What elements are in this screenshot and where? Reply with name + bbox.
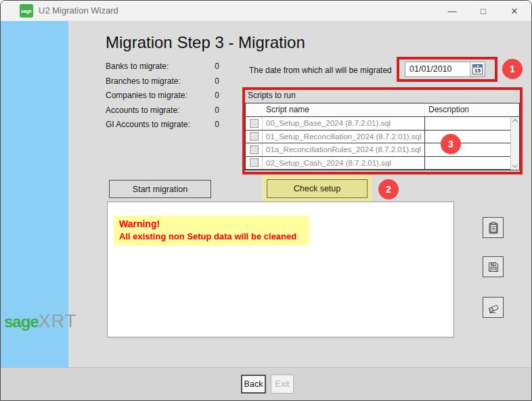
warning-title: Warning! bbox=[119, 218, 309, 231]
close-button[interactable]: ✕ bbox=[499, 1, 530, 21]
column-header-script-name: Script name bbox=[263, 103, 425, 116]
table-row[interactable]: 00_Setup_Base_2024 (8.7.2.01).sql bbox=[246, 117, 510, 131]
migration-log-panel[interactable]: Warning! All existing non Setup data wil… bbox=[107, 202, 454, 337]
script-name-cell[interactable]: 01_Setup_Reconciliation_2024 (8.7.2.01).… bbox=[263, 131, 425, 143]
app-window: sage U2 Migration Wizard — □ ✕ sage XRT … bbox=[0, 0, 532, 401]
bottom-bar bbox=[1, 367, 531, 401]
save-log-button[interactable] bbox=[483, 256, 504, 277]
back-button[interactable]: Back bbox=[241, 375, 266, 394]
stat-label: Banks to migrate: bbox=[106, 62, 169, 76]
migration-date-picker[interactable]: 01/01/2010 15 bbox=[405, 62, 485, 77]
script-checkbox[interactable] bbox=[250, 158, 259, 167]
scroll-down-icon[interactable] bbox=[512, 162, 518, 168]
stat-gl-accounts: GI Accounts to migrate: 0 bbox=[106, 120, 219, 135]
calendar-day: 15 bbox=[473, 68, 482, 74]
copy-log-button[interactable] bbox=[483, 217, 504, 238]
minimize-button[interactable]: — bbox=[437, 1, 468, 21]
table-row[interactable]: 01a_ReconciliationRules_2024 (8.7.2.01).… bbox=[246, 143, 510, 157]
stat-accounts: Accounts to migrate: 0 bbox=[106, 105, 219, 120]
stat-value: 0 bbox=[215, 62, 219, 76]
stat-label: Accounts to migrate: bbox=[106, 105, 179, 120]
row-checkbox-cell bbox=[246, 143, 263, 156]
clipboard-icon bbox=[487, 221, 500, 235]
clear-log-button[interactable] bbox=[483, 297, 504, 318]
script-name-cell[interactable]: 00_Setup_Base_2024 (8.7.2.01).sql bbox=[263, 117, 425, 130]
logo-xrt: XRT bbox=[39, 311, 77, 332]
check-setup-button[interactable]: Check setup bbox=[267, 179, 368, 198]
warning-text: All existing non Setup data will be clea… bbox=[119, 231, 309, 242]
header-checkbox-column bbox=[246, 103, 263, 116]
date-input[interactable]: 01/01/2010 bbox=[405, 62, 470, 76]
start-migration-button[interactable]: Start migration bbox=[109, 180, 211, 198]
script-checkbox[interactable] bbox=[250, 145, 259, 154]
stat-banks: Banks to migrate: 0 bbox=[106, 62, 219, 76]
stat-label: Companies to migrate: bbox=[106, 91, 187, 105]
window-controls: — □ ✕ bbox=[437, 1, 530, 21]
stat-value: 0 bbox=[215, 91, 219, 105]
migration-date-label: The date from which all will be migrated bbox=[249, 66, 392, 75]
script-name-cell[interactable]: 02_Setup_Cash_2024 (8.7.2.01).sql bbox=[263, 157, 425, 170]
migration-stats: Banks to migrate: 0 Branches to migrate:… bbox=[106, 62, 219, 135]
stat-companies: Companies to migrate: 0 bbox=[106, 91, 219, 105]
title-bar[interactable]: sage U2 Migration Wizard — □ ✕ bbox=[1, 1, 531, 21]
close-icon: ✕ bbox=[511, 6, 518, 16]
sage-app-icon: sage bbox=[20, 4, 33, 18]
maximize-icon: □ bbox=[481, 6, 486, 16]
script-description-cell[interactable] bbox=[425, 157, 510, 170]
stat-label: Branches to migrate: bbox=[106, 76, 181, 91]
logo-sage: sage bbox=[4, 312, 39, 331]
script-description-cell[interactable] bbox=[425, 143, 510, 156]
scripts-table-header: Script name Description bbox=[246, 103, 519, 117]
row-checkbox-cell bbox=[246, 157, 263, 170]
annotation-badge-2: 2 bbox=[378, 179, 399, 199]
table-row[interactable]: 02_Setup_Cash_2024 (8.7.2.01).sql bbox=[246, 157, 510, 170]
exit-button: Exit bbox=[271, 375, 294, 394]
script-checkbox[interactable] bbox=[250, 119, 259, 128]
stat-value: 0 bbox=[215, 105, 219, 120]
scripts-table[interactable]: Script name Description 00_Setup_Base_20… bbox=[245, 103, 520, 170]
window-title: U2 Migration Wizard bbox=[39, 1, 118, 21]
annotation-badge-1: 1 bbox=[502, 59, 523, 79]
save-icon bbox=[487, 260, 500, 274]
table-row[interactable]: 01_Setup_Reconciliation_2024 (8.7.2.01).… bbox=[246, 131, 510, 144]
page-title: Migration Step 3 - Migration bbox=[106, 33, 305, 52]
column-header-description: Description bbox=[425, 103, 519, 116]
warning-message: Warning! All existing non Setup data wil… bbox=[114, 216, 309, 245]
sage-icon-text: sage bbox=[21, 9, 32, 14]
script-name-cell[interactable]: 01a_ReconciliationRules_2024 (8.7.2.01).… bbox=[263, 143, 425, 156]
script-description-cell[interactable] bbox=[425, 117, 510, 130]
scripts-table-body: 00_Setup_Base_2024 (8.7.2.01).sql 01_Set… bbox=[246, 117, 519, 170]
sage-xrt-logo: sage XRT bbox=[4, 311, 76, 332]
scroll-up-icon[interactable] bbox=[512, 119, 518, 124]
maximize-button[interactable]: □ bbox=[468, 1, 499, 21]
row-checkbox-cell bbox=[246, 117, 263, 130]
stat-value: 0 bbox=[215, 120, 219, 135]
calendar-dropdown-button[interactable]: 15 bbox=[470, 62, 485, 76]
sidebar: sage XRT bbox=[1, 21, 68, 367]
script-checkbox[interactable] bbox=[250, 132, 259, 141]
calendar-icon: 15 bbox=[472, 64, 483, 74]
row-checkbox-cell bbox=[246, 131, 263, 143]
script-description-cell[interactable] bbox=[425, 131, 510, 143]
table-scrollbar[interactable] bbox=[510, 117, 519, 170]
scripts-group-label: Scripts to run bbox=[248, 91, 296, 100]
eraser-icon bbox=[487, 301, 500, 314]
stat-label: GI Accounts to migrate: bbox=[106, 120, 190, 135]
stat-branches: Branches to migrate: 0 bbox=[106, 76, 219, 91]
minimize-icon: — bbox=[448, 6, 457, 16]
stat-value: 0 bbox=[215, 76, 219, 91]
